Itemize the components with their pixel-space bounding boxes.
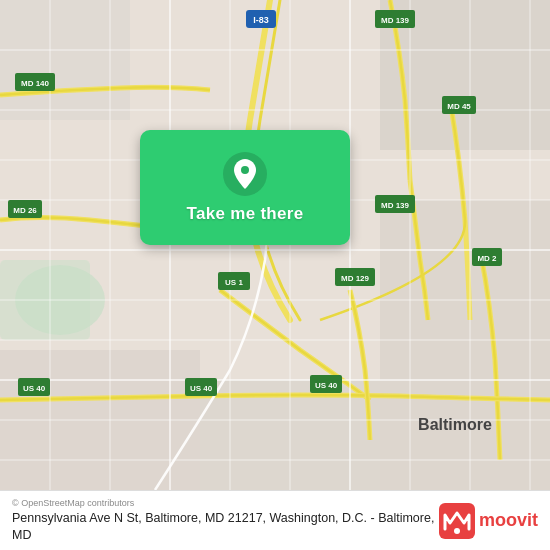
svg-text:MD 140: MD 140 — [21, 79, 50, 88]
moovit-logo: moovit — [439, 503, 538, 539]
svg-text:MD 129: MD 129 — [341, 274, 370, 283]
map-view: I-83 MD 140 MD 26 MD 139 MD 139 US 1 MD … — [0, 0, 550, 490]
osm-credit: © OpenStreetMap contributors — [12, 498, 439, 508]
moovit-icon — [439, 503, 475, 539]
svg-text:Baltimore: Baltimore — [418, 416, 492, 433]
take-me-there-button[interactable]: Take me there — [187, 204, 304, 224]
location-pin-icon — [223, 152, 267, 196]
svg-text:US 40: US 40 — [23, 384, 46, 393]
svg-text:MD 139: MD 139 — [381, 16, 410, 25]
info-bar: © OpenStreetMap contributors Pennsylvani… — [0, 490, 550, 550]
svg-text:US 40: US 40 — [190, 384, 213, 393]
svg-point-55 — [454, 528, 460, 534]
svg-text:I-83: I-83 — [253, 15, 269, 25]
svg-text:MD 2: MD 2 — [477, 254, 497, 263]
action-card: Take me there — [140, 130, 350, 245]
svg-point-53 — [241, 166, 249, 174]
info-left: © OpenStreetMap contributors Pennsylvani… — [12, 498, 439, 543]
svg-text:US 40: US 40 — [315, 381, 338, 390]
svg-text:US 1: US 1 — [225, 278, 243, 287]
address-text: Pennsylvania Ave N St, Baltimore, MD 212… — [12, 510, 439, 543]
svg-text:MD 26: MD 26 — [13, 206, 37, 215]
svg-text:MD 139: MD 139 — [381, 201, 410, 210]
moovit-text: moovit — [479, 510, 538, 531]
svg-text:MD 45: MD 45 — [447, 102, 471, 111]
map-svg: I-83 MD 140 MD 26 MD 139 MD 139 US 1 MD … — [0, 0, 550, 490]
